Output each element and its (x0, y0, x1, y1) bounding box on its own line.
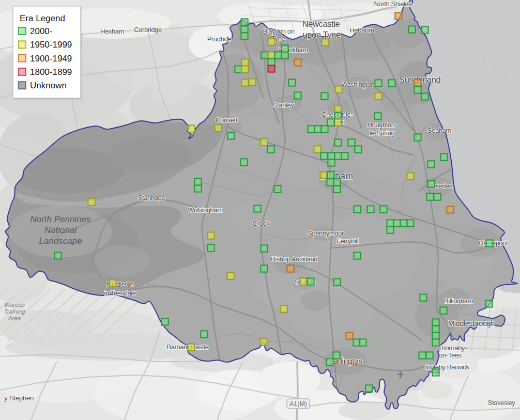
svg-text:le-Spring: le-Spring (370, 129, 395, 137)
svg-text:Ferryhill: Ferryhill (337, 237, 359, 245)
svg-text:Unknown: Unknown (30, 81, 67, 90)
svg-text:Hebburn: Hebburn (349, 26, 374, 34)
svg-text:1950-1999: 1950-1999 (30, 40, 72, 50)
svg-text:Era Legend: Era Legend (20, 13, 65, 23)
svg-text:Middlesbrough: Middlesbrough (448, 319, 495, 328)
svg-text:Seaham: Seaham (427, 127, 451, 134)
svg-text:Spennymoor: Spennymoor (308, 229, 344, 237)
svg-text:upon Tyne: upon Tyne (302, 30, 340, 39)
svg-text:1800-1899: 1800-1899 (30, 67, 72, 77)
svg-text:y Stephen: y Stephen (4, 394, 34, 402)
svg-text:Training: Training (4, 308, 25, 315)
svg-text:Hexham: Hexham (100, 27, 124, 35)
svg-text:Area: Area (8, 315, 21, 321)
svg-text:Billingham: Billingham (444, 297, 473, 305)
svg-text:Bishop Auckland: Bishop Auckland (271, 255, 317, 263)
svg-text:Stokesley: Stokesley (488, 399, 516, 407)
svg-text:in Teesdale: in Teesdale (104, 289, 135, 297)
svg-text:National: National (44, 225, 78, 235)
svg-text:Corbridge: Corbridge (134, 26, 162, 34)
svg-text:Stanley: Stanley (273, 101, 294, 109)
svg-text:Thornaby-: Thornaby- (438, 344, 467, 352)
svg-text:Wolsingham: Wolsingham (188, 206, 222, 214)
svg-text:Houghton-: Houghton- (367, 121, 396, 129)
svg-text:North Shields: North Shields (374, 0, 412, 8)
svg-text:Consett: Consett (216, 116, 238, 124)
svg-text:1900-1949: 1900-1949 (30, 54, 72, 64)
svg-text:North Pennines: North Pennines (30, 214, 91, 224)
svg-text:Washington: Washington (341, 81, 374, 88)
svg-text:Crook: Crook (253, 220, 270, 227)
svg-text:on-Tees: on-Tees (439, 351, 462, 359)
svg-text:Stanhope: Stanhope (138, 194, 165, 201)
svg-text:Ingleby Barwick: Ingleby Barwick (425, 363, 469, 371)
svg-text:Prudhoe: Prudhoe (207, 35, 232, 43)
svg-text:Landscape: Landscape (39, 236, 82, 246)
svg-text:Newcastle: Newcastle (302, 19, 340, 28)
svg-text:A1(M): A1(M) (289, 400, 307, 408)
svg-text:2000-: 2000- (30, 26, 52, 36)
svg-text:Warcop: Warcop (4, 302, 25, 308)
svg-text:Blaydon on: Blaydon on (263, 27, 294, 35)
